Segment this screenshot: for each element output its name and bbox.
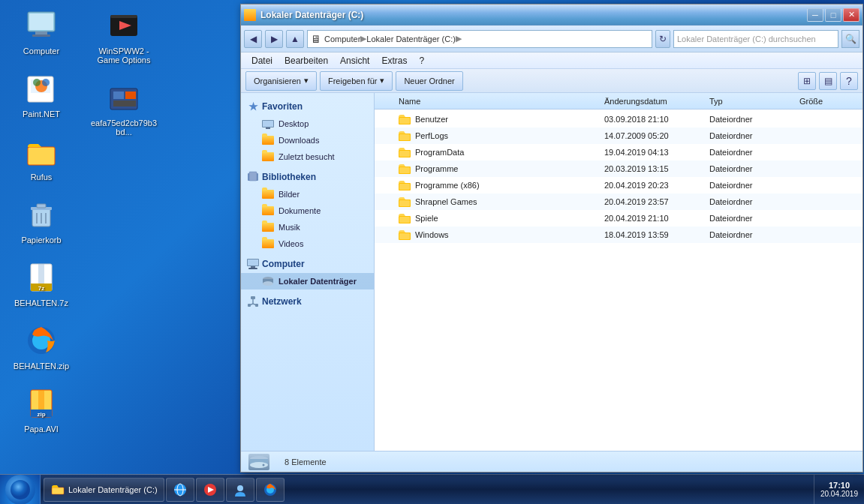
desktop-icon-computer[interactable]: Computer [8, 8, 75, 56]
sidebar-computer-header[interactable]: Computer [241, 255, 374, 273]
file-list-header: Name Änderungsdatum Typ Größe [375, 93, 862, 110]
new-folder-button[interactable]: Neuer Ordner [396, 71, 462, 91]
close-button[interactable]: ✕ [843, 8, 859, 22]
sidebar-item-local-drive[interactable]: Lokaler Datenträger [241, 273, 374, 290]
firefox-icon [23, 322, 59, 358]
col-size-header[interactable]: Größe [799, 97, 859, 106]
file-type: Dateiordner [709, 115, 752, 124]
maximize-button[interactable]: □ [825, 8, 841, 22]
behaltenzip-icon-label: Papa.AVI [24, 424, 59, 434]
search-box[interactable]: Lokaler Datenträger (C:) durchsuchen [673, 30, 838, 48]
sidebar-item-desktop[interactable]: Desktop [241, 116, 374, 132]
svg-text:zip: zip [37, 411, 45, 418]
file-folder-icon [399, 146, 411, 158]
file-type-cell: Dateiordner [709, 214, 799, 223]
table-row[interactable]: PerfLogs 14.07.2009 05:20 Dateiordner [375, 128, 862, 144]
file-name: Programme [415, 164, 458, 173]
sidebar-item-videos[interactable]: Videos [241, 236, 374, 252]
taskbar-item-firefox[interactable] [256, 478, 284, 502]
table-row[interactable]: Shrapnel Games 20.04.2019 23:57 Dateiord… [375, 194, 862, 210]
table-row[interactable]: Spiele 20.04.2019 21:10 Dateiordner [375, 210, 862, 226]
file-type-cell: Dateiordner [709, 197, 799, 206]
desktop-icon-behalten7z[interactable]: 7z BEHALTEN.7z [8, 260, 75, 308]
minimize-button[interactable]: ─ [807, 8, 823, 22]
col-name-header[interactable]: Name [378, 97, 604, 106]
taskbar-explorer-label: Lokaler Datenträger (C:) [68, 485, 158, 494]
help-button[interactable]: ? [840, 72, 858, 90]
file-type-cell: Dateiordner [709, 131, 799, 140]
sidebar-item-recent[interactable]: Zuletzt besucht [241, 148, 374, 165]
desktop-icon-firefox[interactable]: BEHALTEN.zip [8, 322, 75, 370]
table-row[interactable]: ProgramData 19.04.2019 04:13 Dateiordner [375, 144, 862, 160]
svg-rect-60 [399, 184, 410, 190]
view-details-button[interactable]: ▤ [819, 72, 837, 90]
address-bar[interactable]: 🖥 Computer ▶ Lokaler Datenträger (C:) ▶ [307, 30, 652, 48]
sidebar-network-header[interactable]: Netzwerk [241, 292, 374, 310]
desktop-icon-papaavi[interactable]: WinSPWW2 - Game Options [90, 8, 158, 64]
svg-rect-34 [263, 121, 273, 127]
svg-rect-35 [266, 128, 270, 129]
organize-button[interactable]: Organisieren ▾ [245, 71, 317, 91]
desktop-icon-papierkorb[interactable]: Papierkorb [8, 196, 75, 244]
file-folder-icon [399, 196, 411, 208]
breadcrumb-sep-1: ▶ [360, 34, 366, 44]
desktop-icon-winspww2[interactable]: eafa75ed2cb79b3bd... [90, 80, 158, 136]
col-name-button[interactable]: Name [399, 97, 420, 106]
sidebar-section-favorites: ★ Favoriten Desktop [241, 98, 374, 165]
rufus-icon [23, 134, 59, 170]
sidebar-bilder-label: Bilder [278, 190, 300, 199]
explorer-titlebar-text: Lokaler Datenträger (C:) [260, 10, 807, 20]
toolbar: Organisieren ▾ Freigeben für ▾ Neuer Ord… [241, 69, 862, 93]
col-type-button[interactable]: Typ [709, 97, 723, 106]
menu-help[interactable]: ? [413, 54, 430, 68]
file-name-cell: Shrapnel Games [378, 196, 604, 208]
nav-bar: ◀ ▶ ▲ 🖥 Computer ▶ Lokaler Datenträger (… [241, 26, 862, 52]
taskbar-item-ie[interactable] [166, 478, 194, 502]
start-button[interactable] [0, 475, 41, 505]
svg-rect-31 [125, 92, 136, 99]
taskbar-item-explorer[interactable]: Lokaler Datenträger (C:) [44, 478, 164, 502]
sidebar-favorites-header[interactable]: ★ Favoriten [241, 98, 374, 116]
taskbar-item-user[interactable] [226, 478, 254, 502]
table-row[interactable]: Programme (x86) 20.04.2019 20:23 Dateior… [375, 177, 862, 194]
forward-button[interactable]: ▶ [265, 30, 283, 48]
svg-rect-37 [249, 172, 257, 181]
menu-datei[interactable]: Datei [245, 54, 278, 68]
sidebar-libraries-header[interactable]: Bibliotheken [241, 168, 374, 186]
col-date-header[interactable]: Änderungsdatum [604, 97, 709, 106]
up-button[interactable]: ▲ [286, 30, 304, 48]
svg-rect-30 [113, 92, 124, 99]
sidebar-item-bilder[interactable]: Bilder [241, 186, 374, 202]
desktop-icon-paintnet[interactable]: Paint.NET [8, 70, 75, 118]
svg-point-8 [33, 79, 41, 86]
col-date-button[interactable]: Änderungsdatum [604, 97, 667, 106]
desktop-icon-behaltenzip[interactable]: zip Papa.AVI [8, 386, 75, 434]
col-type-header[interactable]: Typ [709, 97, 799, 106]
sidebar-item-dokumente[interactable]: Dokumente [241, 202, 374, 219]
table-row[interactable]: Programme 20.03.2019 13:15 Dateiordner [375, 160, 862, 177]
dokumente-nav-icon [262, 205, 274, 217]
back-button[interactable]: ◀ [244, 30, 262, 48]
taskbar-user-icon [233, 482, 248, 497]
libraries-label: Bibliotheken [262, 172, 316, 182]
taskbar-item-media[interactable] [196, 478, 224, 502]
sidebar-musik-label: Musik [278, 223, 300, 232]
search-button[interactable]: 🔍 [841, 30, 859, 48]
sidebar-item-musik[interactable]: Musik [241, 219, 374, 236]
menu-ansicht[interactable]: Ansicht [334, 54, 375, 68]
address-part-2[interactable]: Lokaler Datenträger (C:) [366, 34, 456, 44]
desktop-icon-rufus[interactable]: Rufus [8, 134, 75, 182]
computer-label: Computer [262, 259, 305, 269]
menu-extras[interactable]: Extras [375, 54, 413, 68]
table-row[interactable]: Windows 18.04.2019 13:59 Dateiordner [375, 226, 862, 243]
file-folder-icon [399, 229, 411, 241]
view-list-button[interactable]: ⊞ [798, 72, 816, 90]
sidebar-item-downloads[interactable]: Downloads [241, 132, 374, 148]
menu-bearbeiten[interactable]: Bearbeiten [278, 54, 334, 68]
address-part-1[interactable]: Computer [324, 34, 360, 44]
svg-rect-58 [399, 167, 410, 173]
table-row[interactable]: Benutzer 03.09.2018 21:10 Dateiordner [375, 111, 862, 128]
refresh-button[interactable]: ↻ [655, 30, 670, 48]
share-button[interactable]: Freigeben für ▾ [320, 71, 393, 91]
col-size-button[interactable]: Größe [799, 97, 823, 106]
